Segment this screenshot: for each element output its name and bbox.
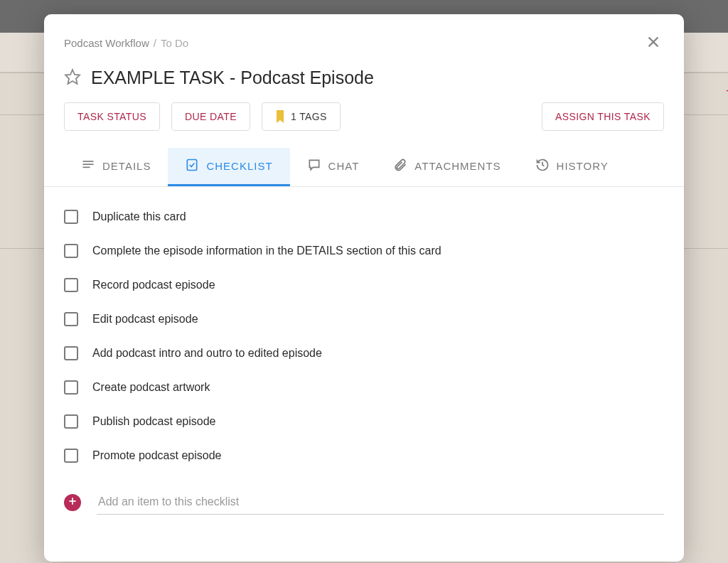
tags-label: 1 TAGS — [291, 111, 327, 122]
checklist-item-label: Duplicate this card — [92, 210, 186, 223]
checklist-item-label: Record podcast episode — [92, 279, 215, 291]
task-status-button[interactable]: TASK STATUS — [64, 102, 160, 131]
breadcrumb-project[interactable]: Podcast Workflow — [64, 37, 149, 49]
tab-checklist-label: CHECKLIST — [206, 160, 272, 172]
checklist-item-label: Create podcast artwork — [92, 381, 210, 394]
tab-chat-label: CHAT — [328, 160, 360, 172]
add-item-input[interactable] — [97, 490, 664, 515]
add-item-button[interactable] — [64, 494, 81, 511]
checklist-item-label: Publish podcast episode — [92, 415, 215, 428]
list-item[interactable]: Complete the episode information in the … — [64, 234, 664, 268]
checklist-item-label: Promote podcast episode — [92, 449, 221, 462]
svg-marker-2 — [65, 70, 80, 84]
checkbox[interactable] — [64, 380, 78, 395]
checkbox[interactable] — [64, 346, 78, 360]
star-icon[interactable] — [64, 68, 81, 88]
checklist-item-label: Complete the episode information in the … — [92, 245, 441, 257]
details-icon — [81, 158, 95, 174]
tags-button[interactable]: 1 TAGS — [262, 102, 341, 131]
history-icon — [535, 158, 550, 174]
tab-checklist[interactable]: CHECKLIST — [168, 148, 289, 186]
list-item[interactable]: Record podcast episode — [64, 268, 664, 302]
bookmark-icon — [275, 110, 285, 123]
checkbox[interactable] — [64, 449, 78, 463]
list-item[interactable]: Publish podcast episode — [64, 404, 664, 439]
tab-details-label: DETAILS — [102, 160, 151, 172]
plus-icon — [68, 496, 77, 509]
breadcrumb: Podcast Workflow / To Do — [64, 31, 664, 55]
paperclip-icon — [393, 158, 407, 174]
svg-rect-3 — [83, 161, 94, 162]
assign-task-button[interactable]: ASSIGN THIS TASK — [542, 102, 664, 131]
tab-details[interactable]: DETAILS — [64, 148, 168, 186]
breadcrumb-separator: / — [154, 37, 156, 49]
checkbox[interactable] — [64, 312, 78, 326]
tab-chat[interactable]: CHAT — [290, 148, 377, 186]
close-button[interactable] — [643, 31, 664, 55]
checkbox[interactable] — [64, 278, 78, 292]
task-modal: Podcast Workflow / To Do EXAMPLE TASK - … — [44, 14, 684, 562]
checklist-item-label: Add podcast intro and outro to edited ep… — [92, 347, 322, 360]
chat-icon — [307, 158, 321, 174]
checklist-item-label: Edit podcast episode — [92, 313, 198, 326]
tab-history-label: HISTORY — [557, 160, 609, 172]
due-date-label: DUE DATE — [185, 111, 237, 122]
svg-rect-4 — [83, 163, 94, 165]
svg-rect-5 — [83, 167, 90, 168]
list-item[interactable]: Duplicate this card — [64, 200, 664, 234]
checkbox[interactable] — [64, 210, 78, 224]
assign-task-label: ASSIGN THIS TASK — [555, 111, 651, 122]
tab-bar: DETAILS CHECKLIST CHAT ATTACHMENTS — [44, 148, 684, 187]
close-icon — [646, 40, 661, 52]
breadcrumb-list[interactable]: To Do — [161, 37, 188, 49]
tab-attachments[interactable]: ATTACHMENTS — [376, 148, 518, 186]
checklist-icon — [185, 158, 199, 174]
tab-history[interactable]: HISTORY — [518, 148, 626, 186]
checkbox[interactable] — [64, 244, 78, 258]
checklist-container: Duplicate this card Complete the episode… — [44, 187, 684, 537]
tab-attachments-label: ATTACHMENTS — [414, 160, 500, 172]
task-title[interactable]: EXAMPLE TASK - Podcast Episode — [91, 68, 374, 88]
checkbox[interactable] — [64, 414, 78, 429]
add-checklist-item-row — [64, 480, 664, 525]
list-item[interactable]: Create podcast artwork — [64, 370, 664, 404]
list-item[interactable]: Promote podcast episode — [64, 439, 664, 473]
list-item[interactable]: Edit podcast episode — [64, 302, 664, 336]
due-date-button[interactable]: DUE DATE — [171, 102, 250, 131]
list-item[interactable]: Add podcast intro and outro to edited ep… — [64, 336, 664, 370]
task-status-label: TASK STATUS — [77, 111, 146, 122]
